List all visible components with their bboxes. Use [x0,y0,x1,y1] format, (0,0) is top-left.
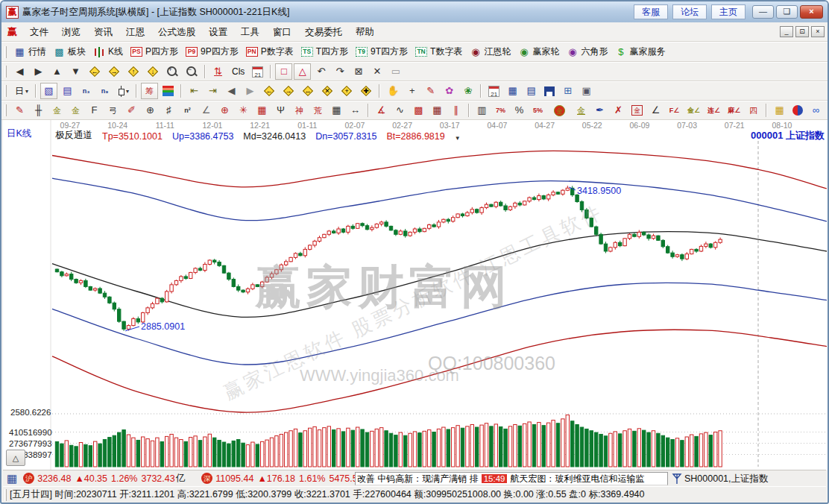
annotate-pen-icon[interactable]: ✎ [422,83,439,99]
infinity-icon[interactable]: ∞ [807,102,825,119]
bow-ruler-icon[interactable]: 弓 [104,102,122,119]
gold-circle-icon[interactable]: 金 [548,102,571,119]
main-chart-style-icon[interactable]: ▧ [40,83,57,99]
menu-item-0[interactable]: 文件 [23,25,55,40]
menu-item-3[interactable]: 江恩 [119,25,151,40]
angle-line-icon[interactable]: ∠ [647,102,664,119]
p-number-table-icon[interactable]: PNP数字表 [243,44,297,60]
gold-level-icon[interactable]: 金 [573,102,590,119]
calendar-icon[interactable]: 21 [249,63,266,80]
maximize-button[interactable]: ❏ [776,5,798,19]
menu-item-4[interactable]: 公式选股 [151,25,202,40]
info-panel-icon[interactable]: ▤ [59,83,76,99]
shaded-grid-icon[interactable]: ▩ [410,102,427,119]
rect-tool-icon[interactable]: □ [275,63,292,80]
menu-item-9[interactable]: 帮助 [349,25,381,40]
quote-table-icon[interactable]: ▦ [7,472,17,485]
calendar21-icon[interactable]: 21 [485,83,502,99]
minor9-indicator-icon[interactable]: n₉ [96,83,113,99]
ma-angle-icon[interactable]: 麻∠ [725,102,743,119]
title-bar[interactable]: 赢 赢家老子时空周期系统[纵横版] - [上证指数 SH000001-221日K… [1,1,828,22]
gann-wheel-icon[interactable]: ◉江恩轮 [467,44,514,60]
gold-gate-icon[interactable]: 金 [48,102,66,119]
diamond-down-icon[interactable]: ↓ [144,63,162,80]
customer-service-button[interactable]: 客服 [634,4,668,19]
t-square-icon[interactable]: TST四方形 [298,44,351,60]
first-page-icon[interactable]: ⇤ [186,83,203,99]
news-ticker-panel[interactable]: 改善 中钨高新：现满产满销 排 15:49 航天宏图：玻利维亚电信和运输监 [355,472,668,485]
page-right-icon[interactable]: ▶ [30,63,47,80]
flag-pen-icon[interactable]: ✒ [591,102,608,119]
four-wave-icon[interactable]: 四 [745,102,762,119]
pitchfork-icon[interactable]: Ψ [272,102,289,119]
menu-item-5[interactable]: 设置 [202,25,234,40]
mark-pen-icon[interactable]: ✐ [123,102,140,119]
seven-percent-icon[interactable]: 7% [492,102,509,119]
parallel-lines-icon[interactable]: ∥ [447,102,464,119]
cls-button[interactable]: Cls [228,63,248,80]
export-image-icon[interactable]: ⊞ [559,83,576,99]
menu-item-7[interactable]: 窗口 [266,25,298,40]
mdi-restore-button[interactable]: ⊡ [795,26,809,37]
zigzag-icon[interactable]: ∿ [391,102,409,119]
close-button[interactable]: × [800,5,823,19]
diamond-up-icon[interactable]: ↑ [124,63,142,80]
percent-icon[interactable]: % [511,102,528,119]
huang-tool-icon[interactable]: 荒 [309,102,327,119]
f-ruler-icon[interactable]: F [86,102,103,119]
winner-wheel-icon[interactable]: ◉赢家轮 [515,44,562,60]
menu-item-8[interactable]: 交易委托 [298,25,349,40]
volume-spectrum-icon[interactable] [160,83,177,99]
toolbar-grip[interactable] [4,46,7,58]
forum-button[interactable]: 论坛 [672,4,707,19]
kline-chart-area[interactable]: 09-2710-2411-1112-0112-2101-1102-0702-27… [3,120,829,470]
candle-style-selector[interactable]: ▾ [115,83,132,99]
gann-circle-icon[interactable]: ⊕ [216,102,233,119]
dense-grid-icon[interactable]: ▦ [328,102,345,119]
hexagon-icon[interactable]: ◉六角形 [564,44,611,60]
sectors-icon[interactable]: ▩板块 [51,44,89,60]
chip-distribution-icon[interactable]: 筹 [141,83,158,99]
zoom-in-icon[interactable]: + [163,63,181,80]
step-right-icon[interactable]: ▶ [242,83,259,99]
toolbar-grip[interactable] [4,104,7,116]
color-grid-icon[interactable]: ▦ [771,102,788,119]
boxed-grid-icon[interactable]: ▦ [429,102,446,119]
wave-x-icon[interactable]: ✗ [610,102,627,119]
dia-leftright-icon[interactable]: ↔ [299,83,317,99]
zoom-out-icon[interactable]: − [183,63,201,80]
yinyang-icon[interactable] [789,102,806,119]
square-grid-icon[interactable]: ▦ [253,102,271,119]
dia-right-icon[interactable]: → [280,83,297,99]
presentation-icon[interactable]: ▭ [387,63,404,80]
gold-gate2-icon[interactable]: 金 [67,102,84,119]
p-square-icon[interactable]: PSP四方形 [127,44,181,60]
print-icon[interactable]: ▣ [578,83,595,99]
cycle-circle-icon[interactable]: ⊕ [142,102,159,119]
gann-pen-icon[interactable]: ✎ [11,102,28,119]
triangle-tool-icon[interactable]: △ [294,63,311,80]
time-ruler-icon[interactable]: ╫ [30,102,47,119]
scale-updown-icon[interactable]: ⇅ [209,63,227,80]
winner-service-icon[interactable]: $赢家服务 [612,44,668,60]
arc-cw-icon[interactable]: ↷ [331,63,348,80]
f-angle-icon[interactable]: F∠ [666,102,683,119]
toolbar-grip[interactable] [4,85,7,97]
gold-box-icon[interactable]: 金 [628,102,646,119]
crosshair-tool-icon[interactable]: + [403,83,420,99]
market-grid-icon[interactable]: ▦行情 [11,44,49,60]
dia-compress-icon[interactable]: ✕ [318,83,336,99]
hspan-icon[interactable]: ↔ [347,102,364,119]
save-icon[interactable] [541,83,558,99]
arc-ccw-icon[interactable]: ↶ [312,63,330,80]
diamond-left-icon[interactable]: ← [86,63,104,80]
page-up-icon[interactable]: ▲ [48,63,66,80]
toolbar-grip[interactable] [4,66,7,78]
p9-square-icon[interactable]: P99P四方形 [183,44,242,60]
star-wheel-icon[interactable]: ✳ [235,102,252,119]
menu-item-1[interactable]: 浏览 [55,25,87,40]
dia-expand-icon[interactable]: + [338,83,356,99]
five-percent-icon[interactable]: 5% [529,102,546,119]
pattern-tool-icon[interactable]: ❀ [459,83,476,99]
radiant-lines-icon[interactable]: ∡ [373,102,390,119]
